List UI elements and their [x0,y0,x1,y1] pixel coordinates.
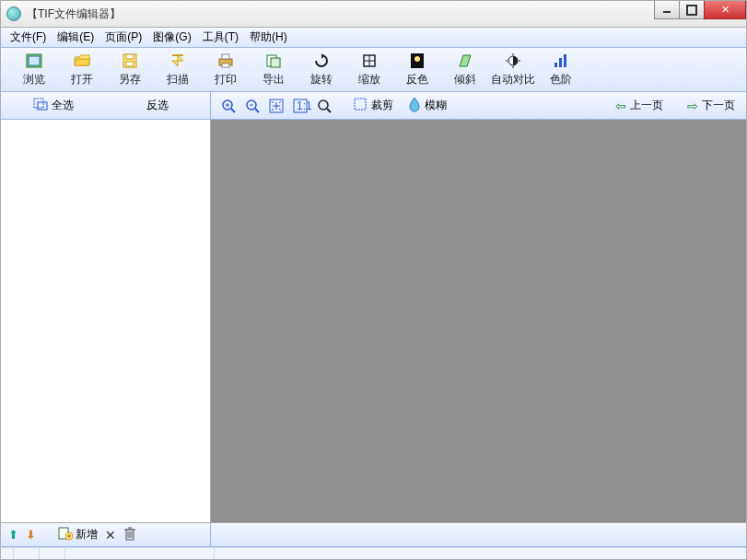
window-controls [655,1,746,19]
status-cell-1 [1,548,14,559]
crop-icon [353,97,368,114]
status-cell-4 [65,548,215,559]
prev-page-label: 上一页 [630,98,663,113]
sidebar-bottom-toolbar: ⬆ ⬇ 新增 ✕ [1,523,211,547]
bottom-right-spacer [211,523,746,547]
svg-rect-25 [38,102,47,110]
zoom-button[interactable]: 缩放 [345,50,393,90]
arrow-up-icon: ⬆ [8,528,18,542]
arrow-right-icon: ⇨ [687,99,698,113]
open-label: 打开 [71,72,93,88]
blur-button[interactable]: 模糊 [408,97,447,114]
scan-icon [169,52,186,69]
rotate-button[interactable]: 旋转 [298,50,345,90]
new-page-button[interactable]: 新增 [58,527,98,542]
invert-button[interactable]: 反色 [393,50,441,90]
open-icon [74,52,90,69]
export-button[interactable]: 导出 [250,50,298,90]
autocontrast-button[interactable]: 自动对比 [489,50,537,90]
levels-label: 色阶 [550,72,572,88]
actual-size-button[interactable]: 1:1 [290,96,310,116]
menu-file[interactable]: 文件(F) [5,28,52,47]
svg-point-36 [319,100,328,110]
secondary-toolbar-row: 全选 反选 1:1 裁剪 [0,92,747,120]
blur-label: 模糊 [425,98,447,113]
maximize-button[interactable] [679,1,705,19]
invert-selection-button[interactable]: 反选 [106,92,211,119]
svg-rect-24 [34,99,43,108]
view-toolbar: 1:1 裁剪 模糊 ⇦ 上一页 ⇨ 下一页 [211,92,746,120]
invert-label: 反色 [406,72,428,88]
svg-rect-1 [29,56,40,65]
svg-line-37 [327,109,331,112]
svg-rect-38 [355,99,366,110]
fit-screen-button[interactable] [266,96,286,116]
select-all-button[interactable]: 全选 [1,92,106,119]
invert-icon [409,52,426,69]
move-down-button[interactable]: ⬇ [26,528,36,542]
magnifier-button[interactable] [314,96,334,116]
print-icon [217,52,234,69]
save-button[interactable]: 另存 [106,50,154,90]
bottom-toolbar-row: ⬆ ⬇ 新增 ✕ [0,523,747,547]
svg-line-31 [255,109,259,112]
rotate-icon [313,52,330,69]
scan-button[interactable]: 扫描 [154,50,202,90]
svg-rect-4 [126,62,134,66]
move-up-button[interactable]: ⬆ [8,528,18,542]
delete-icon: ✕ [105,528,116,542]
status-cell-5 [215,548,746,559]
skew-button[interactable]: 倾斜 [441,50,489,90]
svg-rect-21 [554,63,557,67]
svg-rect-23 [564,54,566,67]
menu-bar: 文件(F) 编辑(E) 页面(P) 图像(G) 工具(T) 帮助(H) [0,28,747,48]
svg-rect-22 [559,58,562,67]
delete-page-button[interactable]: ✕ [105,528,116,542]
menu-image[interactable]: 图像(G) [147,28,196,47]
select-all-icon [33,98,48,113]
svg-line-27 [231,109,235,112]
canvas-panel[interactable] [211,120,746,523]
svg-rect-7 [222,54,229,59]
skew-icon [457,52,473,69]
next-page-label: 下一页 [702,98,735,113]
browse-icon [26,52,42,69]
arrow-down-icon: ⬇ [26,528,36,542]
menu-edit[interactable]: 编辑(E) [52,28,99,47]
print-button[interactable]: 打印 [202,50,250,90]
window-title: 【TIF文件编辑器】 [27,6,121,22]
trash-icon [123,526,136,543]
main-toolbar: 浏览 打开 另存 扫描 打印 导出 旋转 [0,48,747,92]
svg-rect-3 [126,54,134,59]
export-icon [265,52,282,69]
menu-page[interactable]: 页面(P) [99,28,147,47]
browse-button[interactable]: 浏览 [10,50,58,90]
print-label: 打印 [215,72,237,88]
trash-button[interactable] [123,526,136,543]
close-button[interactable] [704,1,746,19]
menu-tools[interactable]: 工具(T) [197,28,244,47]
zoom-out-button[interactable] [242,96,263,116]
sidebar-toolbar: 全选 反选 [1,92,211,120]
autocontrast-icon [505,52,521,69]
levels-button[interactable]: 色阶 [537,50,585,90]
save-label: 另存 [119,72,141,88]
save-icon [122,52,138,69]
svg-point-15 [414,56,420,62]
next-page-button[interactable]: ⇨ 下一页 [683,98,739,113]
select-all-label: 全选 [52,98,74,113]
menu-help[interactable]: 帮助(H) [244,28,293,47]
zoom-label: 缩放 [358,72,380,88]
svg-rect-8 [222,64,229,67]
minimize-button[interactable] [654,1,680,19]
crop-button[interactable]: 裁剪 [353,97,393,114]
invert-selection-label: 反选 [146,98,169,113]
thumbnail-panel[interactable] [1,120,211,523]
prev-page-button[interactable]: ⇦ 上一页 [612,98,667,113]
arrow-left-icon: ⇦ [615,99,626,113]
status-bar [0,547,747,560]
zoom-in-button[interactable] [218,96,239,116]
autocontrast-label: 自动对比 [491,72,535,88]
rotate-label: 旋转 [310,72,333,88]
open-button[interactable]: 打开 [58,50,106,90]
